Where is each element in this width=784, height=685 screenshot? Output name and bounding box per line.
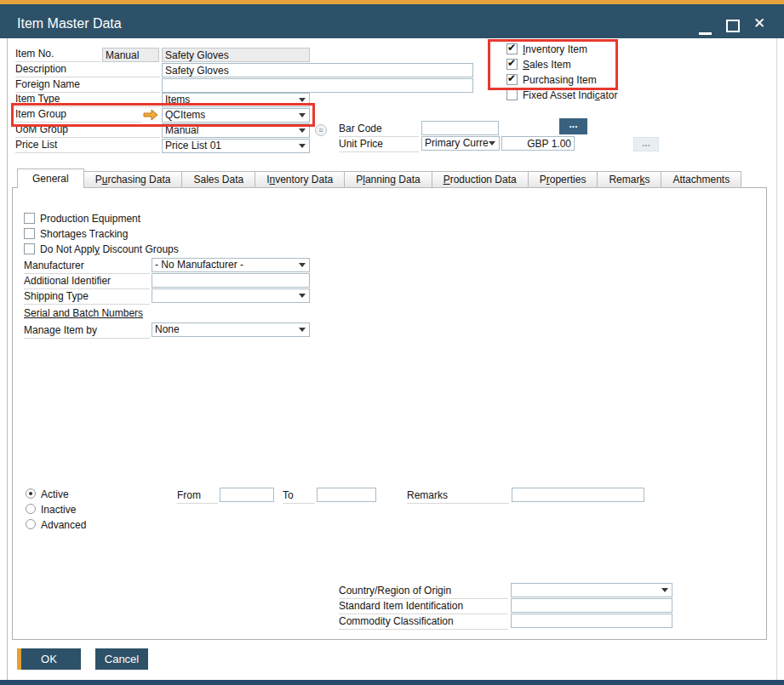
- window-border-bottom: [0, 680, 784, 685]
- inventory-item-checkbox[interactable]: ✔: [506, 43, 518, 54]
- shortages-tracking-label: Shortages Tracking: [40, 228, 128, 240]
- tab-purchasing-data[interactable]: Purchasing Data: [84, 171, 183, 188]
- bar-code-browse-button[interactable]: ...: [559, 118, 587, 134]
- tab-general[interactable]: General: [17, 168, 84, 188]
- item-type-dropdown[interactable]: Items: [162, 93, 310, 107]
- uom-detail-icon[interactable]: ≡: [315, 124, 327, 136]
- chevron-down-icon: [661, 588, 668, 592]
- cancel-button[interactable]: Cancel: [95, 648, 148, 670]
- manage-item-by-label: Manage Item by: [24, 324, 150, 339]
- description-field[interactable]: [162, 63, 473, 77]
- manage-item-by-dropdown[interactable]: None: [152, 323, 310, 337]
- remarks-label: Remarks: [407, 489, 509, 504]
- chevron-down-icon: [299, 98, 306, 102]
- foreign-name-label: Foreign Name: [15, 78, 160, 93]
- description-label: Description: [15, 63, 160, 77]
- chevron-down-icon: [299, 144, 306, 148]
- no-discount-groups-checkbox[interactable]: ✔: [24, 243, 35, 254]
- country-of-origin-dropdown[interactable]: [511, 583, 672, 597]
- from-label: From: [177, 489, 218, 504]
- tab-production-data[interactable]: Production Data: [432, 171, 529, 188]
- item-no-field[interactable]: [162, 48, 310, 62]
- maximize-icon: [726, 20, 740, 32]
- advanced-radio-label: Advanced: [41, 519, 86, 531]
- unit-price-field[interactable]: [501, 136, 575, 151]
- tab-sales-data[interactable]: Sales Data: [182, 171, 255, 188]
- additional-identifier-field[interactable]: [152, 273, 310, 288]
- window-border-left: [7, 38, 8, 680]
- item-group-dropdown[interactable]: QCItems: [162, 108, 310, 123]
- bar-code-label: Bar Code: [339, 123, 419, 137]
- link-arrow-icon[interactable]: [143, 109, 158, 121]
- country-of-origin-label: Country/Region of Origin: [339, 585, 508, 599]
- foreign-name-field[interactable]: [162, 78, 473, 93]
- fixed-asset-label: Fixed Asset Indicator: [523, 89, 617, 101]
- commodity-classification-label: Commodity Classification: [339, 615, 508, 630]
- uom-group-label: UoM Group: [15, 123, 160, 138]
- chevron-down-icon: [299, 113, 306, 117]
- check-icon: ✔: [507, 43, 517, 53]
- chevron-down-icon: [299, 128, 306, 133]
- sales-item-label: Sales Item: [523, 59, 571, 71]
- chevron-down-icon: [489, 141, 495, 146]
- tab-remarks[interactable]: Remarks: [598, 171, 661, 188]
- active-radio-label: Active: [41, 488, 69, 500]
- standard-item-id-label: Standard Item Identification: [339, 600, 508, 614]
- titlebar[interactable]: Item Master Data ✕: [0, 4, 784, 38]
- check-icon: ✔: [507, 74, 517, 83]
- chevron-down-icon: [299, 328, 306, 332]
- ok-button[interactable]: OK: [17, 648, 81, 670]
- chevron-down-icon: [299, 263, 306, 267]
- item-type-label: Item Type: [15, 93, 160, 107]
- item-master-data-window: Item Master Data ✕ Item No. Description …: [0, 0, 784, 685]
- advanced-radio[interactable]: [26, 519, 36, 529]
- purchasing-item-label: Purchasing Item: [523, 74, 597, 86]
- unit-price-browse-button[interactable]: ...: [633, 137, 659, 151]
- no-discount-groups-label: Do Not Apply Discount Groups: [40, 243, 179, 255]
- price-list-dropdown[interactable]: Price List 01: [162, 139, 310, 153]
- minimize-icon: [699, 32, 712, 35]
- chevron-down-icon: [299, 294, 306, 298]
- item-group-label: Item Group: [15, 108, 141, 123]
- tab-planning-data[interactable]: Planning Data: [345, 171, 432, 188]
- tab-inventory-data[interactable]: Inventory Data: [255, 171, 345, 188]
- item-no-label: Item No.: [15, 48, 100, 62]
- manufacturer-label: Manufacturer: [24, 260, 150, 274]
- manufacturer-dropdown[interactable]: - No Manufacturer -: [152, 258, 310, 272]
- sales-item-checkbox[interactable]: ✔: [506, 59, 518, 70]
- standard-item-id-field[interactable]: [511, 598, 672, 613]
- window-border-right: [776, 38, 777, 680]
- to-label: To: [283, 489, 315, 504]
- close-button[interactable]: ✕: [753, 16, 765, 31]
- purchasing-item-checkbox[interactable]: ✔: [506, 74, 518, 85]
- inactive-radio[interactable]: [26, 504, 36, 514]
- active-radio[interactable]: [26, 488, 36, 499]
- serial-batch-section-heading: Serial and Batch Numbers: [24, 307, 143, 319]
- tab-bar: General Purchasing Data Sales Data Inven…: [17, 168, 741, 188]
- window-title: Item Master Data: [17, 16, 122, 31]
- unit-price-currency-dropdown[interactable]: Primary Currer: [421, 136, 500, 151]
- production-equipment-label: Production Equipment: [40, 213, 140, 225]
- maximize-button[interactable]: [726, 20, 740, 32]
- tab-properties[interactable]: Properties: [529, 171, 598, 188]
- shortages-tracking-checkbox[interactable]: ✔: [24, 228, 35, 239]
- fixed-asset-checkbox[interactable]: ✔: [506, 89, 518, 100]
- commodity-classification-field[interactable]: [511, 614, 672, 628]
- from-field[interactable]: [220, 488, 274, 502]
- tab-attachments[interactable]: Attachments: [661, 171, 741, 188]
- inventory-item-label: Inventory Item: [523, 43, 587, 55]
- item-no-mode-field[interactable]: [102, 48, 159, 62]
- remarks-field[interactable]: [512, 488, 644, 502]
- uom-group-dropdown[interactable]: Manual: [162, 123, 310, 138]
- minimize-button[interactable]: [699, 32, 712, 35]
- production-equipment-checkbox[interactable]: ✔: [24, 213, 35, 224]
- inactive-radio-label: Inactive: [41, 504, 76, 516]
- additional-identifier-label: Additional Identifier: [24, 275, 150, 289]
- unit-price-label: Unit Price: [339, 138, 419, 152]
- price-list-label: Price List: [15, 139, 160, 153]
- check-icon: ✔: [507, 59, 517, 68]
- shipping-type-dropdown[interactable]: [152, 288, 310, 303]
- bar-code-field[interactable]: [421, 121, 499, 135]
- to-field[interactable]: [317, 488, 376, 502]
- shipping-type-label: Shipping Type: [24, 290, 150, 305]
